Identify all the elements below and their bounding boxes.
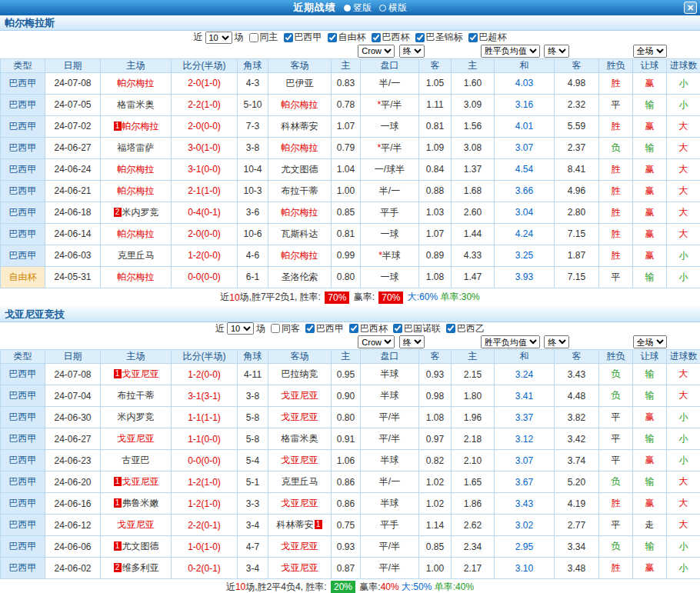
eu-draw-odds: 3.66 [495,180,555,202]
league-checkbox[interactable] [284,33,293,42]
odds-stage-select[interactable]: 终 [399,45,425,58]
match-type: 巴西甲 [1,428,45,450]
ah-home-odds: 0.81 [332,223,361,245]
league-filter[interactable]: 同主 [249,31,278,44]
corner-score: 5-4 [238,450,268,471]
eu-away-odds: 7.15 [555,266,599,288]
match-date: 24-07-04 [45,385,101,407]
team-name-text: 克里丘马 [118,250,155,261]
column-header: 日期 [45,58,101,72]
match-date: 24-05-31 [45,266,101,288]
ah-away-odds: 1.11 [419,94,452,115]
odds-company-select[interactable]: Crow [358,335,395,348]
match-row: 巴西甲 24-06-16 1弗鲁米嫩 1-2(1-0) 3-3 戈亚尼亚 0.8… [1,493,700,515]
eu-draw-odds: 3.43 [495,493,555,515]
league-filter[interactable]: 自由杯 [328,31,366,44]
match-type: 巴西甲 [1,223,45,245]
summary-segment: 单率:30% [438,291,480,304]
league-filter[interactable]: 巴西杯 [349,322,388,335]
league-checkbox[interactable] [468,33,478,42]
league-label: 巴西甲 [316,322,344,335]
ah-home-odds: 0.87 [332,558,361,579]
corner-score: 4-7 [238,536,268,558]
ah-away-odds: 1.00 [419,558,452,579]
result-goals: 小 [667,94,700,115]
home-team: 戈亚尼亚 [101,428,172,450]
match-row: 自由杯 24-05-31 帕尔梅拉 0-0(0-0) 6-1 圣洛伦索 0.80… [1,266,700,288]
avg-stage-select[interactable]: 终 [544,45,569,58]
league-filter[interactable]: 巴超杯 [468,31,507,44]
eu-away-odds: 2.77 [555,515,599,536]
league-checkbox[interactable] [271,324,280,333]
layout-mode-label: 竖版 [353,2,372,15]
result-goals: 小 [667,558,700,579]
result-goals: 小 [667,407,700,428]
match-date: 24-06-23 [45,450,101,471]
league-checkbox[interactable] [305,324,315,333]
league-filter[interactable]: 巴西乙 [446,322,485,335]
odds-controls-row: Crow 终 胜平负均值 终 全场 [1,335,700,350]
result-handicap: 赢 [633,245,667,266]
league-label: 巴圣锦标 [426,31,463,44]
corner-score: 3-3 [238,493,268,515]
corner-score: 5-10 [238,94,268,115]
league-filter[interactable]: 同客 [271,322,300,335]
scope-select[interactable]: 全场 [633,335,667,348]
away-team: 布拉干蒂 [268,180,332,202]
avg-type-select[interactable]: 胜平负均值 [481,45,540,58]
league-checkbox[interactable] [249,33,258,42]
ah-home-odds: 0.83 [332,72,361,94]
league-checkbox[interactable] [446,324,455,333]
scope-select[interactable]: 全场 [633,45,667,58]
team-name-text: 巴拉纳竞 [282,368,318,379]
column-header: 盘口 [361,350,419,364]
eu-away-odds: 3.82 [555,407,599,428]
away-team: 圣洛伦索 [268,266,332,288]
ah-home-odds: 0.86 [332,471,361,493]
eu-draw-odds: 4.24 [495,223,555,245]
result-wdl: 胜 [599,223,633,245]
layout-mode-radio[interactable]: 竖版 [344,2,372,15]
match-count-select[interactable]: 10 [227,322,254,335]
rank-badge: 1 [114,541,122,551]
league-checkbox[interactable] [328,33,337,42]
odds-stage-select[interactable]: 终 [399,335,425,348]
odds-company-select[interactable]: Crow [358,45,395,58]
match-row: 巴西甲 24-06-23 古亚巴 0-0(0-0) 5-4 戈亚尼亚 1.06 … [1,450,700,471]
league-checkbox[interactable] [349,324,358,333]
layout-mode-radio[interactable]: 横版 [379,2,407,15]
close-button[interactable]: ✕ [684,2,697,14]
result-goals: 小 [667,428,700,450]
match-date: 24-06-02 [45,558,101,579]
avg-stage-select[interactable]: 终 [544,335,569,348]
column-header: 主 [332,350,361,364]
team-name-text: 福塔雷萨 [118,142,155,153]
result-wdl: 平 [599,407,633,428]
team-name-text: 弗鲁米嫩 [122,498,159,508]
team-name-text: 帕尔梅拉 [122,121,159,132]
match-count-select[interactable]: 10 [205,32,232,44]
avg-type-select[interactable]: 胜平负均值 [481,335,540,348]
league-filter-group: 同客 巴西甲 巴西杯 巴国诺联 [271,322,485,335]
ah-away-odds: 1.05 [419,72,452,94]
team-name: 帕尔梅拉斯 [5,17,55,28]
league-checkbox[interactable] [393,324,402,333]
rank-badge: 1 [114,477,122,486]
league-filter[interactable]: 巴西杯 [372,31,410,44]
match-type: 巴西甲 [1,407,45,428]
home-team: 1尤文图德 [101,536,172,558]
eu-away-odds: 8.41 [555,158,599,180]
euro-odds-controls: 胜平负均值 终 [452,335,599,350]
eu-away-odds: 4.96 [555,180,599,202]
handicap-change-star: * [378,250,382,261]
league-checkbox[interactable] [415,33,425,42]
league-filter[interactable]: 巴国诺联 [393,322,441,335]
team-name-text: 帕尔梅拉 [118,228,155,239]
result-goals: 大 [667,385,700,407]
result-wdl: 胜 [599,558,633,579]
league-filter[interactable]: 巴西甲 [284,31,322,44]
league-filter[interactable]: 巴圣锦标 [415,31,463,44]
summary-segment: 场,胜2平4负4, 胜率: [245,581,329,593]
league-filter[interactable]: 巴西甲 [305,322,344,335]
league-checkbox[interactable] [372,33,381,42]
